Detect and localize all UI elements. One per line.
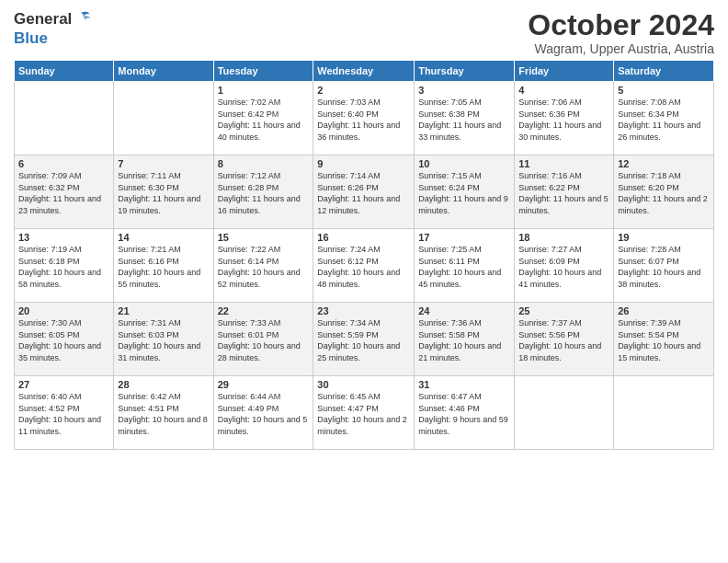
calendar-cell: 5Sunrise: 7:08 AM Sunset: 6:34 PM Daylig… bbox=[614, 82, 714, 155]
day-info: Sunrise: 7:14 AM Sunset: 6:26 PM Dayligh… bbox=[317, 170, 410, 216]
day-number: 12 bbox=[618, 158, 710, 169]
logo-blue: Blue bbox=[14, 29, 94, 48]
day-info: Sunrise: 7:24 AM Sunset: 6:12 PM Dayligh… bbox=[317, 244, 410, 290]
logo-general: General bbox=[14, 10, 72, 29]
day-info: Sunrise: 7:30 AM Sunset: 6:05 PM Dayligh… bbox=[18, 317, 109, 363]
calendar-cell: 7Sunrise: 7:11 AM Sunset: 6:30 PM Daylig… bbox=[114, 155, 213, 229]
day-info: Sunrise: 7:05 AM Sunset: 6:38 PM Dayligh… bbox=[418, 97, 510, 143]
calendar-cell: 2Sunrise: 7:03 AM Sunset: 6:40 PM Daylig… bbox=[313, 82, 415, 155]
calendar-cell: 26Sunrise: 7:39 AM Sunset: 5:54 PM Dayli… bbox=[614, 303, 714, 376]
day-info: Sunrise: 7:19 AM Sunset: 6:18 PM Dayligh… bbox=[18, 244, 109, 290]
day-header-wednesday: Wednesday bbox=[313, 61, 415, 82]
calendar-table: SundayMondayTuesdayWednesdayThursdayFrid… bbox=[14, 60, 714, 450]
day-info: Sunrise: 7:28 AM Sunset: 6:07 PM Dayligh… bbox=[618, 244, 710, 290]
calendar-cell: 16Sunrise: 7:24 AM Sunset: 6:12 PM Dayli… bbox=[313, 229, 415, 303]
calendar-cell: 15Sunrise: 7:22 AM Sunset: 6:14 PM Dayli… bbox=[213, 229, 313, 303]
day-number: 22 bbox=[218, 305, 310, 316]
day-info: Sunrise: 7:39 AM Sunset: 5:54 PM Dayligh… bbox=[618, 317, 710, 363]
day-info: Sunrise: 7:15 AM Sunset: 6:24 PM Dayligh… bbox=[418, 170, 510, 216]
day-number: 26 bbox=[618, 305, 710, 316]
day-info: Sunrise: 7:09 AM Sunset: 6:32 PM Dayligh… bbox=[18, 170, 109, 216]
day-number: 18 bbox=[518, 232, 609, 243]
day-header-sunday: Sunday bbox=[15, 61, 114, 82]
day-info: Sunrise: 7:16 AM Sunset: 6:22 PM Dayligh… bbox=[518, 170, 609, 216]
calendar-week-3: 13Sunrise: 7:19 AM Sunset: 6:18 PM Dayli… bbox=[15, 229, 714, 303]
calendar-week-4: 20Sunrise: 7:30 AM Sunset: 6:05 PM Dayli… bbox=[15, 303, 714, 376]
day-info: Sunrise: 7:36 AM Sunset: 5:58 PM Dayligh… bbox=[418, 317, 510, 363]
calendar-cell bbox=[15, 82, 114, 155]
day-info: Sunrise: 6:47 AM Sunset: 4:46 PM Dayligh… bbox=[418, 391, 510, 437]
day-number: 7 bbox=[118, 158, 209, 169]
day-number: 5 bbox=[618, 85, 710, 96]
day-number: 31 bbox=[418, 379, 510, 390]
calendar-cell: 19Sunrise: 7:28 AM Sunset: 6:07 PM Dayli… bbox=[614, 229, 714, 303]
calendar-cell: 21Sunrise: 7:31 AM Sunset: 6:03 PM Dayli… bbox=[114, 303, 213, 376]
day-info: Sunrise: 7:25 AM Sunset: 6:11 PM Dayligh… bbox=[418, 244, 510, 290]
day-number: 20 bbox=[18, 305, 109, 316]
calendar-cell: 8Sunrise: 7:12 AM Sunset: 6:28 PM Daylig… bbox=[213, 155, 313, 229]
calendar-cell: 25Sunrise: 7:37 AM Sunset: 5:56 PM Dayli… bbox=[515, 303, 614, 376]
day-number: 23 bbox=[317, 305, 410, 316]
calendar-cell bbox=[114, 82, 213, 155]
day-info: Sunrise: 7:03 AM Sunset: 6:40 PM Dayligh… bbox=[317, 97, 410, 143]
day-info: Sunrise: 7:06 AM Sunset: 6:36 PM Dayligh… bbox=[518, 97, 609, 143]
calendar-cell: 20Sunrise: 7:30 AM Sunset: 6:05 PM Dayli… bbox=[15, 303, 114, 376]
day-number: 24 bbox=[418, 305, 510, 316]
calendar-cell: 18Sunrise: 7:27 AM Sunset: 6:09 PM Dayli… bbox=[515, 229, 614, 303]
day-number: 13 bbox=[18, 232, 109, 243]
calendar-cell: 17Sunrise: 7:25 AM Sunset: 6:11 PM Dayli… bbox=[415, 229, 515, 303]
day-number: 25 bbox=[518, 305, 609, 316]
day-header-saturday: Saturday bbox=[614, 61, 714, 82]
day-info: Sunrise: 7:34 AM Sunset: 5:59 PM Dayligh… bbox=[317, 317, 410, 363]
day-number: 30 bbox=[317, 379, 410, 390]
calendar-header: SundayMondayTuesdayWednesdayThursdayFrid… bbox=[15, 61, 714, 82]
calendar-cell: 6Sunrise: 7:09 AM Sunset: 6:32 PM Daylig… bbox=[15, 155, 114, 229]
day-number: 28 bbox=[118, 379, 209, 390]
calendar-cell: 12Sunrise: 7:18 AM Sunset: 6:20 PM Dayli… bbox=[614, 155, 714, 229]
day-info: Sunrise: 7:37 AM Sunset: 5:56 PM Dayligh… bbox=[518, 317, 609, 363]
month-title: October 2024 bbox=[528, 9, 714, 41]
calendar-cell bbox=[614, 376, 714, 450]
calendar-week-5: 27Sunrise: 6:40 AM Sunset: 4:52 PM Dayli… bbox=[15, 376, 714, 450]
calendar-cell: 13Sunrise: 7:19 AM Sunset: 6:18 PM Dayli… bbox=[15, 229, 114, 303]
day-header-tuesday: Tuesday bbox=[213, 61, 313, 82]
calendar-cell: 24Sunrise: 7:36 AM Sunset: 5:58 PM Dayli… bbox=[415, 303, 515, 376]
day-number: 10 bbox=[418, 158, 510, 169]
calendar-cell: 10Sunrise: 7:15 AM Sunset: 6:24 PM Dayli… bbox=[415, 155, 515, 229]
calendar-cell: 28Sunrise: 6:42 AM Sunset: 4:51 PM Dayli… bbox=[114, 376, 213, 450]
day-number: 9 bbox=[317, 158, 410, 169]
calendar-cell: 30Sunrise: 6:45 AM Sunset: 4:47 PM Dayli… bbox=[313, 376, 415, 450]
day-header-monday: Monday bbox=[114, 61, 213, 82]
day-number: 3 bbox=[418, 85, 510, 96]
day-number: 29 bbox=[218, 379, 310, 390]
day-header-friday: Friday bbox=[515, 61, 614, 82]
day-number: 17 bbox=[418, 232, 510, 243]
calendar-cell: 31Sunrise: 6:47 AM Sunset: 4:46 PM Dayli… bbox=[415, 376, 515, 450]
calendar-cell: 22Sunrise: 7:33 AM Sunset: 6:01 PM Dayli… bbox=[213, 303, 313, 376]
calendar-cell: 14Sunrise: 7:21 AM Sunset: 6:16 PM Dayli… bbox=[114, 229, 213, 303]
day-info: Sunrise: 7:12 AM Sunset: 6:28 PM Dayligh… bbox=[218, 170, 310, 216]
calendar-cell: 3Sunrise: 7:05 AM Sunset: 6:38 PM Daylig… bbox=[415, 82, 515, 155]
day-info: Sunrise: 6:45 AM Sunset: 4:47 PM Dayligh… bbox=[317, 391, 410, 437]
calendar-week-2: 6Sunrise: 7:09 AM Sunset: 6:32 PM Daylig… bbox=[15, 155, 714, 229]
day-info: Sunrise: 7:08 AM Sunset: 6:34 PM Dayligh… bbox=[618, 97, 710, 143]
day-info: Sunrise: 6:42 AM Sunset: 4:51 PM Dayligh… bbox=[118, 391, 209, 437]
day-info: Sunrise: 7:18 AM Sunset: 6:20 PM Dayligh… bbox=[618, 170, 710, 216]
day-info: Sunrise: 6:44 AM Sunset: 4:49 PM Dayligh… bbox=[218, 391, 310, 437]
day-info: Sunrise: 7:33 AM Sunset: 6:01 PM Dayligh… bbox=[218, 317, 310, 363]
day-info: Sunrise: 7:11 AM Sunset: 6:30 PM Dayligh… bbox=[118, 170, 209, 216]
day-info: Sunrise: 7:31 AM Sunset: 6:03 PM Dayligh… bbox=[118, 317, 209, 363]
day-number: 19 bbox=[618, 232, 710, 243]
location-title: Wagram, Upper Austria, Austria bbox=[528, 41, 714, 56]
calendar-cell: 11Sunrise: 7:16 AM Sunset: 6:22 PM Dayli… bbox=[515, 155, 614, 229]
day-info: Sunrise: 7:21 AM Sunset: 6:16 PM Dayligh… bbox=[118, 244, 209, 290]
calendar-cell: 9Sunrise: 7:14 AM Sunset: 6:26 PM Daylig… bbox=[313, 155, 415, 229]
day-number: 21 bbox=[118, 305, 209, 316]
day-number: 27 bbox=[18, 379, 109, 390]
day-info: Sunrise: 7:22 AM Sunset: 6:14 PM Dayligh… bbox=[218, 244, 310, 290]
calendar-week-1: 1Sunrise: 7:02 AM Sunset: 6:42 PM Daylig… bbox=[15, 82, 714, 155]
day-number: 11 bbox=[518, 158, 609, 169]
calendar-cell: 29Sunrise: 6:44 AM Sunset: 4:49 PM Dayli… bbox=[213, 376, 313, 450]
calendar-cell: 4Sunrise: 7:06 AM Sunset: 6:36 PM Daylig… bbox=[515, 82, 614, 155]
calendar-cell: 23Sunrise: 7:34 AM Sunset: 5:59 PM Dayli… bbox=[313, 303, 415, 376]
